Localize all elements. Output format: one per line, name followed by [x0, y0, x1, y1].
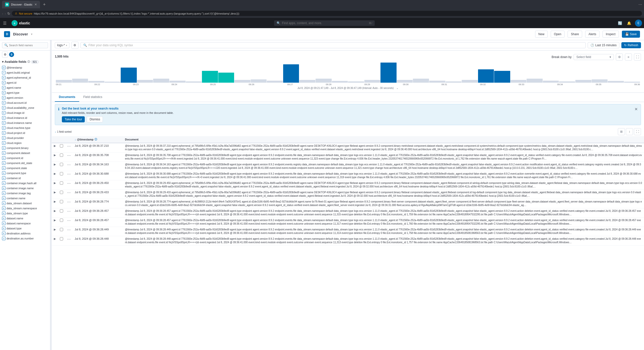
user-icon[interactable]: E [635, 20, 642, 27]
select-field-btn[interactable]: Select field ▾ [574, 54, 614, 60]
row-checkbox[interactable] [60, 228, 63, 231]
notifications-icon[interactable]: 🔔 [626, 20, 632, 26]
expand-cell[interactable]: ▶ [52, 153, 58, 162]
field-item[interactable]: K component.id [0, 156, 50, 161]
actions-cell[interactable]: ⋯ [65, 208, 73, 218]
field-item[interactable]: K cloud.project.id [0, 130, 50, 135]
check-cell[interactable] [58, 199, 65, 208]
elastic-logo[interactable]: e elastic [10, 20, 32, 26]
field-search-container[interactable]: 🔍 [2, 42, 48, 48]
histogram-bar[interactable] [105, 82, 121, 83]
row-checkbox[interactable] [60, 209, 63, 213]
field-item[interactable]: K agent.id [0, 80, 50, 85]
alerts-button[interactable]: Alerts [585, 31, 599, 38]
row-checkbox[interactable] [60, 172, 63, 175]
field-item[interactable]: K destination.address [0, 231, 50, 236]
field-item[interactable]: K container.image.name [0, 186, 50, 191]
actions-cell[interactable]: ⋯ [65, 143, 73, 153]
field-item[interactable]: K cloud.region [0, 140, 50, 145]
field-item[interactable]: K cloud.provider [0, 135, 50, 140]
field-item[interactable]: K data_stream.dataset [0, 201, 50, 206]
row-height-btn[interactable]: ↕ [626, 128, 633, 135]
histogram-bar[interactable] [234, 80, 250, 83]
expand-cell[interactable]: ▶ [52, 162, 58, 171]
histogram-bar[interactable] [121, 68, 137, 83]
actions-cell[interactable]: ⋯ [65, 162, 73, 171]
chart-fullscreen-btn[interactable]: ⛶ [634, 54, 641, 61]
row-checkbox[interactable] [60, 219, 63, 222]
field-item[interactable]: K dataset.namespace [0, 221, 50, 226]
hamburger-icon[interactable]: ☰ [2, 20, 8, 27]
actions-cell[interactable]: ⋯ [65, 180, 73, 190]
field-item[interactable]: K dataset.name [0, 216, 50, 221]
actions-cell[interactable]: ⋯ [65, 227, 73, 236]
histogram-bar[interactable] [137, 80, 153, 83]
tab-field-statistics[interactable]: Field statistics [79, 93, 106, 102]
histogram-bar[interactable] [72, 79, 88, 83]
save-button[interactable]: 💾 Save [622, 31, 640, 38]
field-item[interactable]: K component.binary [0, 145, 50, 151]
histogram-bar[interactable] [380, 63, 397, 83]
tab-documents[interactable]: Documents [55, 93, 79, 102]
column-selector-btn[interactable]: ⊞ [618, 128, 625, 135]
dismiss-button[interactable]: Dismiss [87, 116, 103, 122]
expand-cell[interactable]: ▶ [52, 208, 58, 218]
field-search-input[interactable] [9, 44, 46, 47]
expand-cell[interactable]: ▶ [52, 199, 58, 208]
check-cell[interactable] [58, 208, 65, 218]
histogram-bar[interactable] [202, 71, 218, 83]
banner-close-icon[interactable]: ✕ [634, 107, 638, 112]
field-item[interactable]: K cloud.availability_zone [0, 105, 50, 110]
field-item[interactable]: K cloud.image.id [0, 110, 50, 115]
reload-btn[interactable]: ↻ [7, 12, 10, 16]
histogram-bar[interactable] [624, 82, 640, 83]
filter-icon-btn[interactable]: ⚙ [2, 52, 8, 58]
histogram-bar[interactable] [608, 81, 624, 83]
histogram-bar[interactable] [153, 79, 169, 83]
field-item[interactable]: K cloud.instance.name [0, 120, 50, 125]
expand-cell[interactable]: ▶ [52, 227, 58, 236]
field-item[interactable]: K container.image.tag [0, 191, 50, 196]
inspect-button[interactable]: Inspect [603, 31, 619, 38]
histogram-bar[interactable] [510, 80, 527, 83]
histogram-bar[interactable] [251, 79, 267, 83]
field-item[interactable]: K component.type [0, 171, 50, 176]
check-cell[interactable] [58, 227, 65, 236]
fullscreen-table-btn[interactable]: ⛶ [634, 128, 641, 135]
histogram-bar[interactable] [364, 80, 380, 83]
chart-settings-btn[interactable]: ⚙ [616, 54, 623, 61]
histogram-bar[interactable] [56, 80, 72, 83]
expand-cell[interactable]: ▶ [52, 180, 58, 190]
histogram-bar[interactable] [169, 81, 186, 83]
time-range-selector[interactable]: 🕐 Last 15 minutes [588, 42, 619, 48]
histogram-bar[interactable] [299, 80, 315, 83]
histogram-bar[interactable] [186, 81, 202, 83]
check-cell[interactable] [58, 190, 65, 199]
actions-cell[interactable]: ⋯ [65, 171, 73, 180]
row-checkbox[interactable] [60, 154, 63, 157]
chart-legend-btn[interactable]: ≡ [625, 54, 632, 61]
histogram-bar[interactable] [543, 81, 559, 83]
row-checkbox[interactable] [60, 163, 63, 166]
check-cell[interactable] [58, 180, 65, 190]
histogram-bar[interactable] [592, 79, 608, 83]
check-cell[interactable] [58, 218, 65, 227]
expand-cell[interactable]: ▶ [52, 171, 58, 180]
row-checkbox[interactable] [60, 191, 63, 194]
histogram-bar[interactable] [397, 80, 413, 83]
field-item[interactable]: K data_stream.namespace [0, 206, 50, 211]
expand-cell[interactable]: ▶ [52, 143, 58, 153]
histogram-bar[interactable] [218, 73, 234, 83]
global-search-bar[interactable]: 🔍 ⌘/ [274, 20, 375, 26]
histogram-bar[interactable] [462, 80, 478, 83]
open-button[interactable]: Open [551, 31, 565, 38]
actions-cell[interactable]: ⋯ [65, 218, 73, 227]
field-item[interactable]: K cloud.machine.type [0, 125, 50, 130]
field-item[interactable]: K component.dataset [0, 151, 50, 156]
check-cell[interactable] [58, 143, 65, 153]
actions-cell[interactable]: ⋯ [65, 190, 73, 199]
field-item[interactable]: K cloud.account.id [0, 100, 50, 105]
field-item[interactable]: K data_stream.type [0, 211, 50, 216]
actions-cell[interactable]: ⋯ [65, 236, 73, 245]
histogram-bar[interactable] [267, 81, 283, 83]
